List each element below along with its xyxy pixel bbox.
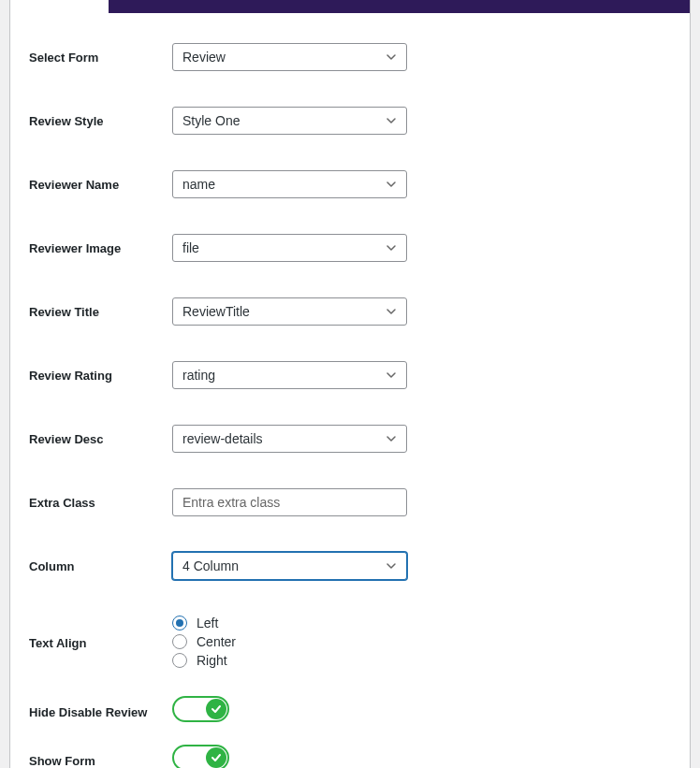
check-icon [210, 751, 223, 764]
reviewer-name-dropdown[interactable]: name [172, 170, 407, 198]
radio-icon [172, 616, 187, 630]
hide-disable-label: Hide Disable Review [29, 700, 172, 719]
reviewer-image-label: Reviewer Image [29, 241, 172, 255]
text-align-left-label: Left [197, 616, 218, 630]
show-form-label: Show Form [29, 748, 172, 768]
text-align-left-radio[interactable]: Left [172, 616, 236, 630]
radio-icon [172, 653, 187, 668]
chevron-down-icon [386, 560, 397, 572]
reviewer-image-value: file [182, 240, 386, 255]
review-desc-value: review-details [182, 431, 386, 446]
extra-class-input[interactable] [172, 488, 407, 516]
chevron-down-icon [386, 179, 397, 190]
chevron-down-icon [386, 306, 397, 317]
reviewer-name-value: name [182, 177, 386, 192]
review-rating-dropdown[interactable]: rating [172, 361, 407, 389]
review-title-label: Review Title [29, 305, 172, 319]
text-align-right-label: Right [197, 653, 227, 668]
tab-bar [109, 0, 690, 13]
review-desc-label: Review Desc [29, 432, 172, 446]
chevron-down-icon [386, 51, 397, 63]
text-align-center-radio[interactable]: Center [172, 634, 236, 649]
review-desc-dropdown[interactable]: review-details [172, 425, 407, 453]
chevron-down-icon [386, 370, 397, 381]
review-rating-value: rating [182, 368, 386, 383]
review-style-value: Style One [182, 113, 386, 128]
check-icon [210, 703, 223, 716]
reviewer-name-label: Reviewer Name [29, 178, 172, 192]
text-align-group: Left Center Right [172, 616, 236, 668]
chevron-down-icon [386, 433, 397, 444]
column-label: Column [29, 559, 172, 573]
toggle-knob [206, 747, 226, 768]
chevron-down-icon [386, 115, 397, 126]
text-align-center-label: Center [197, 634, 236, 649]
chevron-down-icon [386, 242, 397, 254]
review-rating-label: Review Rating [29, 369, 172, 383]
show-form-toggle[interactable] [172, 745, 229, 768]
text-align-label: Text Align [29, 616, 172, 650]
content: Select Form Review Review Style Style On… [10, 0, 690, 768]
review-style-label: Review Style [29, 114, 172, 128]
review-style-dropdown[interactable]: Style One [172, 107, 407, 135]
select-form-label: Select Form [29, 51, 172, 65]
column-value: 4 Column [182, 558, 386, 573]
review-title-value: ReviewTitle [182, 304, 386, 319]
extra-class-label: Extra Class [29, 496, 172, 510]
settings-panel: Select Form Review Review Style Style On… [9, 0, 691, 768]
review-title-dropdown[interactable]: ReviewTitle [172, 297, 407, 326]
select-form-dropdown[interactable]: Review [172, 43, 407, 71]
select-form-value: Review [182, 50, 386, 65]
reviewer-image-dropdown[interactable]: file [172, 234, 407, 262]
column-dropdown[interactable]: 4 Column [172, 552, 407, 580]
text-align-right-radio[interactable]: Right [172, 653, 236, 668]
hide-disable-toggle[interactable] [172, 696, 229, 722]
toggle-knob [206, 699, 226, 719]
radio-icon [172, 634, 187, 649]
